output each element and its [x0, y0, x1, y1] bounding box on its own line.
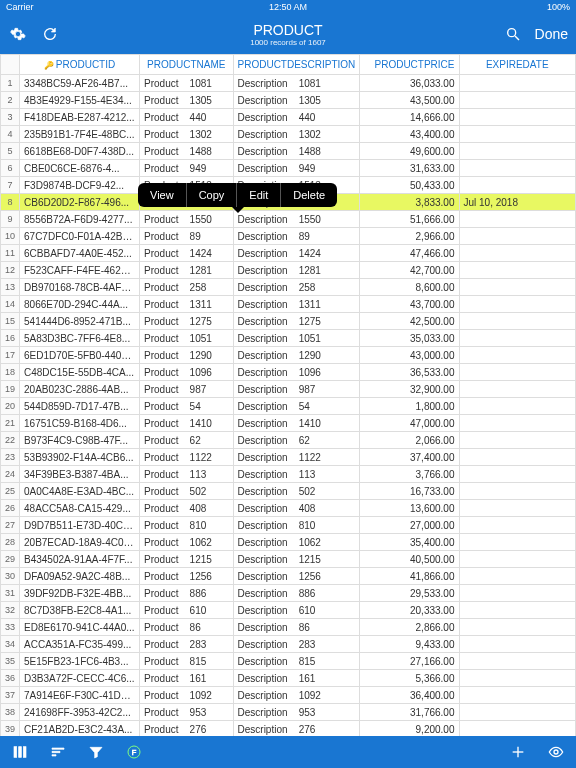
col-productid[interactable]: PRODUCTID: [20, 55, 140, 75]
cell-price[interactable]: 49,600.00: [360, 143, 459, 160]
cell-description[interactable]: Description 1290: [233, 347, 360, 364]
table-row[interactable]: 27D9D7B511-E73D-40C7...Product 810Descri…: [1, 517, 576, 534]
cell-productid[interactable]: 241698FF-3953-42C2...: [20, 704, 140, 721]
cell-productname[interactable]: Product 1488: [140, 143, 234, 160]
cell-expiredate[interactable]: [459, 585, 576, 602]
cell-productid[interactable]: 541444D6-8952-471B...: [20, 313, 140, 330]
cell-productname[interactable]: Product 1424: [140, 245, 234, 262]
cell-price[interactable]: 37,400.00: [360, 449, 459, 466]
add-icon[interactable]: [508, 742, 528, 762]
cell-description[interactable]: Description 610: [233, 602, 360, 619]
cell-productid[interactable]: CBE0C6CE-6876-4...: [20, 160, 140, 177]
cell-expiredate[interactable]: Jul 10, 2018: [459, 194, 576, 211]
cell-description[interactable]: Description 1424: [233, 245, 360, 262]
cell-productname[interactable]: Product 1410: [140, 415, 234, 432]
cell-description[interactable]: Description 408: [233, 500, 360, 517]
cell-description[interactable]: Description 1275: [233, 313, 360, 330]
col-productdescription[interactable]: PRODUCTDESCRIPTION: [233, 55, 360, 75]
cell-expiredate[interactable]: [459, 551, 576, 568]
cell-productid[interactable]: 20AB023C-2886-4AB...: [20, 381, 140, 398]
table-row[interactable]: 18C48DC15E-55DB-4CA...Product 1096Descri…: [1, 364, 576, 381]
table-row[interactable]: 30DFA09A52-9A2C-48B...Product 1256Descri…: [1, 568, 576, 585]
cell-price[interactable]: 43,000.00: [360, 347, 459, 364]
cell-expiredate[interactable]: [459, 704, 576, 721]
table-row[interactable]: 4235B91B1-7F4E-48BC...Product 1302Descri…: [1, 126, 576, 143]
refresh-icon[interactable]: [40, 24, 60, 44]
cell-productid[interactable]: F523CAFF-F4FE-462C...: [20, 262, 140, 279]
view-icon[interactable]: [546, 742, 566, 762]
table-row[interactable]: 176ED1D70E-5FB0-4408...Product 1290Descr…: [1, 347, 576, 364]
cell-description[interactable]: Description 1215: [233, 551, 360, 568]
cell-price[interactable]: 31,766.00: [360, 704, 459, 721]
cell-productid[interactable]: 34F39BE3-B387-4BA...: [20, 466, 140, 483]
cell-productid[interactable]: B973F4C9-C98B-47F...: [20, 432, 140, 449]
table-row[interactable]: 2648ACC5A8-CA15-429...Product 408Descrip…: [1, 500, 576, 517]
cell-price[interactable]: 14,666.00: [360, 109, 459, 126]
table-row[interactable]: 377A914E6F-F30C-41DE...Product 1092Descr…: [1, 687, 576, 704]
cell-description[interactable]: Description 54: [233, 398, 360, 415]
cell-price[interactable]: 43,700.00: [360, 296, 459, 313]
table-row[interactable]: 165A83D3BC-7FF6-4E8...Product 1051Descri…: [1, 330, 576, 347]
cell-price[interactable]: 9,200.00: [360, 721, 459, 737]
cell-productname[interactable]: Product 1281: [140, 262, 234, 279]
cell-productname[interactable]: Product 283: [140, 636, 234, 653]
table-row[interactable]: 98556B72A-F6D9-4277...Product 1550Descri…: [1, 211, 576, 228]
cell-expiredate[interactable]: [459, 568, 576, 585]
cell-productid[interactable]: 235B91B1-7F4E-48BC...: [20, 126, 140, 143]
cell-expiredate[interactable]: [459, 381, 576, 398]
cell-expiredate[interactable]: [459, 534, 576, 551]
cell-price[interactable]: 47,000.00: [360, 415, 459, 432]
cell-productname[interactable]: Product 1311: [140, 296, 234, 313]
cell-description[interactable]: Description 1410: [233, 415, 360, 432]
table-row[interactable]: 355E15FB23-1FC6-4B3...Product 815Descrip…: [1, 653, 576, 670]
cell-productname[interactable]: Product 1092: [140, 687, 234, 704]
cell-description[interactable]: Description 276: [233, 721, 360, 737]
cell-price[interactable]: 51,666.00: [360, 211, 459, 228]
cell-expiredate[interactable]: [459, 466, 576, 483]
cell-description[interactable]: Description 258: [233, 279, 360, 296]
cell-productid[interactable]: 544D859D-7D17-47B...: [20, 398, 140, 415]
cell-productid[interactable]: 7A914E6F-F30C-41DE...: [20, 687, 140, 704]
cell-description[interactable]: Description 62: [233, 432, 360, 449]
cell-productname[interactable]: Product 86: [140, 619, 234, 636]
table-row[interactable]: 6CBE0C6CE-6876-4...Product 949Descriptio…: [1, 160, 576, 177]
cell-productname[interactable]: Product 1256: [140, 568, 234, 585]
cell-productname[interactable]: Product 1550: [140, 211, 234, 228]
table-row[interactable]: 328C7D38FB-E2C8-4A1...Product 610Descrip…: [1, 602, 576, 619]
cell-expiredate[interactable]: [459, 602, 576, 619]
table-row[interactable]: 116CBBAFD7-4A0E-452...Product 1424Descri…: [1, 245, 576, 262]
cell-productname[interactable]: Product 949: [140, 160, 234, 177]
table-row[interactable]: 22B973F4C9-C98B-47F...Product 62Descript…: [1, 432, 576, 449]
cell-productid[interactable]: 48ACC5A8-CA15-429...: [20, 500, 140, 517]
cell-price[interactable]: 40,500.00: [360, 551, 459, 568]
cell-productname[interactable]: Product 886: [140, 585, 234, 602]
cell-expiredate[interactable]: [459, 211, 576, 228]
cell-productname[interactable]: Product 1096: [140, 364, 234, 381]
cell-productid[interactable]: 3348BC59-AF26-4B7...: [20, 75, 140, 92]
cell-expiredate[interactable]: [459, 415, 576, 432]
table-row[interactable]: 148066E70D-294C-44A...Product 1311Descri…: [1, 296, 576, 313]
cell-price[interactable]: 5,366.00: [360, 670, 459, 687]
cell-productid[interactable]: 53B93902-F14A-4CB6...: [20, 449, 140, 466]
cell-price[interactable]: 1,800.00: [360, 398, 459, 415]
cell-productid[interactable]: F3D9874B-DCF9-42...: [20, 177, 140, 194]
cell-description[interactable]: Description 89: [233, 228, 360, 245]
cell-expiredate[interactable]: [459, 262, 576, 279]
table-row[interactable]: 2116751C59-B168-4D6...Product 1410Descri…: [1, 415, 576, 432]
cell-price[interactable]: 35,400.00: [360, 534, 459, 551]
cell-expiredate[interactable]: [459, 330, 576, 347]
cell-description[interactable]: Description 1256: [233, 568, 360, 585]
cell-price[interactable]: 35,033.00: [360, 330, 459, 347]
cell-expiredate[interactable]: [459, 75, 576, 92]
cell-productid[interactable]: CF21AB2D-E3C2-43A...: [20, 721, 140, 737]
cell-description[interactable]: Description 815: [233, 653, 360, 670]
cell-productid[interactable]: 16751C59-B168-4D6...: [20, 415, 140, 432]
cell-description[interactable]: Description 86: [233, 619, 360, 636]
cell-description[interactable]: Description 440: [233, 109, 360, 126]
table-row[interactable]: 24B3E4929-F155-4E34...Product 1305Descri…: [1, 92, 576, 109]
cell-description[interactable]: Description 949: [233, 160, 360, 177]
cell-productid[interactable]: CB6D20D2-F867-496...: [20, 194, 140, 211]
cell-productname[interactable]: Product 1305: [140, 92, 234, 109]
cell-productname[interactable]: Product 1275: [140, 313, 234, 330]
table-row[interactable]: 2434F39BE3-B387-4BA...Product 113Descrip…: [1, 466, 576, 483]
